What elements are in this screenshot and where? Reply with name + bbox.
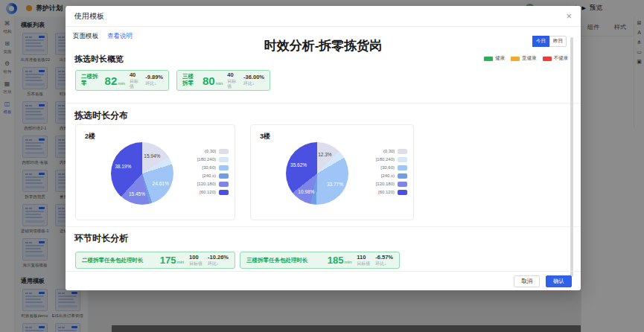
metric-target-group: 40 目标值: [130, 72, 141, 89]
section-divider: [66, 103, 581, 103]
target-value: 40: [130, 72, 141, 78]
pie-legend-label: [120,180): [376, 182, 395, 186]
metric-value-group: 175 min: [160, 255, 184, 265]
pie-slice-label: 35.62%: [290, 162, 307, 167]
metric-value: 175: [160, 255, 176, 265]
pie-legend-label: (0,30]: [383, 149, 395, 153]
metric-value-group: 80 min: [203, 75, 223, 86]
date-toggle-button[interactable]: 昨日: [549, 36, 567, 47]
metric-label: 二楼拆零: [81, 74, 101, 86]
pie-legend-item: [60,120): [197, 190, 229, 195]
pie-legend-swatch: [219, 182, 229, 187]
confirm-button[interactable]: 确认: [546, 275, 572, 287]
legend-label: 不健康: [554, 55, 569, 62]
delta-label: 环比↓: [208, 261, 229, 266]
pie-legend-label: [30,60): [202, 165, 216, 170]
use-template-modal: 使用模板 × 页面模板 查看说明 时效分析-拆零拣货岗 今日 昨日 拣选时长概览…: [66, 6, 581, 290]
delta-value: -9.89%: [145, 74, 163, 80]
delta-label: 环比↓: [243, 81, 264, 86]
pie-chart: 12.3%33.77%10.98%35.62%: [286, 142, 348, 205]
pie-legend-swatch: [398, 173, 407, 179]
health-legend: 健康 亚健康 不健康: [484, 55, 568, 62]
delta-value: -10.26%: [208, 255, 229, 261]
target-label: 目标值: [189, 261, 203, 266]
dashboard-title: 时效分析-拆零拣货岗: [66, 37, 581, 54]
metric-target-group: 40 目标值: [227, 72, 239, 89]
date-toggle-button[interactable]: 今日: [532, 36, 549, 47]
pie-legend-item: [180,240): [197, 157, 229, 162]
metric-value-group: 82 min: [105, 75, 125, 86]
modal-footer: 取消 确认: [66, 271, 581, 290]
metric-label: 三楼拆零: [182, 74, 198, 86]
target-value: 40: [227, 72, 239, 78]
metric-label: 二楼拆零任务包处理时长: [82, 257, 144, 264]
pie-legend-item: [240,x): [376, 173, 407, 179]
pie-legend-item: [30,60): [376, 165, 407, 170]
modal-title: 使用模板: [74, 11, 104, 22]
pie-slice-label: 24.61%: [153, 180, 169, 185]
metric-card: 二楼拆零 82 min 40 目标值 -9.89% 环比↓: [75, 70, 169, 91]
pie-legend-item: [120,180): [197, 182, 229, 187]
link-metric-cards: 二楼拆零任务包处理时长 175 min 100 目标值 -10.26% 环比↓: [75, 252, 400, 269]
metric-value: 82: [105, 75, 118, 86]
pie-chart-card-floor2: 2楼 15.94%24.61%15.45%38.19% (0,30] [180,…: [75, 124, 235, 220]
pie-legend-swatch: [219, 149, 229, 154]
health-legend-item: 不健康: [543, 55, 569, 62]
pie-legend-label: [240,x): [381, 173, 395, 178]
pie-disc: [286, 142, 348, 205]
delta-label: 环比↓: [145, 81, 163, 86]
metric-target-group: 110 目标值: [357, 255, 370, 266]
section-title-distribution: 拣选时长分布: [74, 109, 128, 122]
overview-cards: 二楼拆零 82 min 40 目标值 -9.89% 环比↓: [75, 70, 270, 91]
target-value: 100: [189, 255, 203, 261]
pie-legend-label: [180,240): [197, 157, 216, 162]
metric-unit: min: [176, 260, 184, 264]
target-value: 110: [357, 255, 370, 261]
modal-header: 使用模板 ×: [66, 6, 581, 27]
metric-card: 三楼拆零 80 min 40 目标值 -36.00% 环比↓: [176, 70, 270, 91]
metric-delta-group: -9.89% 环比↓: [145, 74, 163, 86]
pie-legend-item: [240,x): [197, 173, 229, 179]
pie-legend-label: [60,120): [378, 190, 395, 194]
metric-label: 三楼拆零任务包处理时长: [246, 257, 308, 264]
pie-slice-label: 33.77%: [327, 182, 343, 187]
metric-card: 二楼拆零任务包处理时长 175 min 100 目标值 -10.26% 环比↓: [75, 252, 235, 269]
pie-legend-label: [120,180): [197, 182, 216, 186]
pie-legend: (0,30] [180,240) [30,60) [240,x): [197, 149, 229, 195]
pie-legend-swatch: [398, 165, 407, 170]
legend-swatch: [484, 57, 493, 61]
pie-legend-item: (0,30]: [376, 149, 407, 154]
legend-label: 亚健康: [522, 55, 537, 62]
pie-legend-swatch: [219, 173, 229, 179]
pie-legend-label: (0,30]: [205, 149, 216, 153]
date-toggle-group: 今日 昨日: [532, 36, 567, 47]
pie-slice-label: 10.98%: [298, 188, 314, 194]
health-legend-item: 亚健康: [511, 55, 537, 62]
metric-value: 80: [203, 75, 215, 86]
pie-legend-swatch: [398, 157, 407, 162]
close-icon[interactable]: ×: [566, 11, 572, 21]
delta-label: 环比↓: [375, 261, 393, 266]
legend-swatch: [511, 57, 520, 61]
pie-slice-label: 15.94%: [144, 153, 160, 158]
pie-legend-swatch: [398, 182, 407, 187]
cancel-button[interactable]: 取消: [514, 275, 540, 287]
delta-value: -36.00%: [243, 74, 264, 80]
pie-legend-label: [60,120): [200, 190, 216, 194]
pie-slice-label: 12.3%: [318, 152, 331, 157]
pie-slice-label: 38.19%: [115, 163, 131, 168]
pie-legend-item: [180,240): [376, 157, 407, 162]
metric-unit: min: [216, 81, 223, 86]
pie-legend-item: (0,30]: [197, 149, 229, 154]
target-label: 目标值: [130, 79, 141, 89]
modal-scrollbar[interactable]: [570, 37, 573, 277]
pie-legend-swatch: [219, 190, 229, 195]
delta-value: -6.57%: [375, 255, 393, 261]
metric-unit: min: [118, 81, 125, 86]
metric-value: 185: [328, 255, 344, 265]
legend-label: 健康: [495, 55, 505, 62]
pie-legend-swatch: [398, 190, 407, 195]
metric-delta-group: -36.00% 环比↓: [243, 74, 264, 86]
pie-legend-swatch: [219, 165, 229, 170]
pie-legend-label: [180,240): [376, 157, 395, 162]
